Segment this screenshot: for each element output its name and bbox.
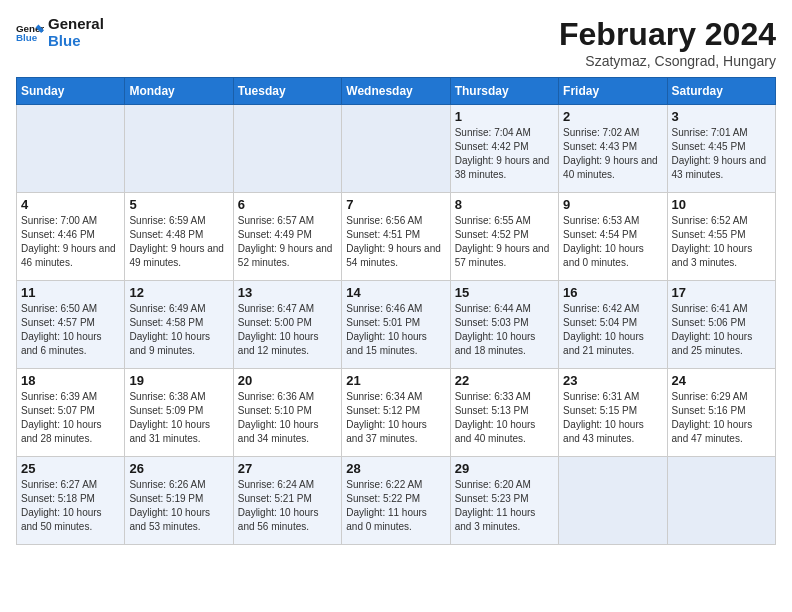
day-header-saturday: Saturday xyxy=(667,78,775,105)
day-number: 5 xyxy=(129,197,228,212)
day-info: Sunrise: 6:36 AMSunset: 5:10 PMDaylight:… xyxy=(238,390,337,446)
day-number: 9 xyxy=(563,197,662,212)
title-area: February 2024 Szatymaz, Csongrad, Hungar… xyxy=(559,16,776,69)
calendar-cell: 29Sunrise: 6:20 AMSunset: 5:23 PMDayligh… xyxy=(450,457,558,545)
day-number: 1 xyxy=(455,109,554,124)
day-number: 29 xyxy=(455,461,554,476)
day-number: 6 xyxy=(238,197,337,212)
day-number: 2 xyxy=(563,109,662,124)
day-info: Sunrise: 6:26 AMSunset: 5:19 PMDaylight:… xyxy=(129,478,228,534)
calendar-cell: 28Sunrise: 6:22 AMSunset: 5:22 PMDayligh… xyxy=(342,457,450,545)
calendar-week-row: 4Sunrise: 7:00 AMSunset: 4:46 PMDaylight… xyxy=(17,193,776,281)
day-info: Sunrise: 6:31 AMSunset: 5:15 PMDaylight:… xyxy=(563,390,662,446)
calendar-cell: 25Sunrise: 6:27 AMSunset: 5:18 PMDayligh… xyxy=(17,457,125,545)
day-number: 24 xyxy=(672,373,771,388)
day-info: Sunrise: 6:29 AMSunset: 5:16 PMDaylight:… xyxy=(672,390,771,446)
day-header-friday: Friday xyxy=(559,78,667,105)
calendar-cell: 10Sunrise: 6:52 AMSunset: 4:55 PMDayligh… xyxy=(667,193,775,281)
day-number: 26 xyxy=(129,461,228,476)
day-header-wednesday: Wednesday xyxy=(342,78,450,105)
day-info: Sunrise: 6:33 AMSunset: 5:13 PMDaylight:… xyxy=(455,390,554,446)
day-number: 17 xyxy=(672,285,771,300)
day-number: 21 xyxy=(346,373,445,388)
day-number: 8 xyxy=(455,197,554,212)
page-subtitle: Szatymaz, Csongrad, Hungary xyxy=(559,53,776,69)
calendar-cell: 11Sunrise: 6:50 AMSunset: 4:57 PMDayligh… xyxy=(17,281,125,369)
day-header-sunday: Sunday xyxy=(17,78,125,105)
calendar-cell: 15Sunrise: 6:44 AMSunset: 5:03 PMDayligh… xyxy=(450,281,558,369)
calendar-header-row: SundayMondayTuesdayWednesdayThursdayFrid… xyxy=(17,78,776,105)
day-number: 16 xyxy=(563,285,662,300)
day-info: Sunrise: 6:41 AMSunset: 5:06 PMDaylight:… xyxy=(672,302,771,358)
calendar-cell: 19Sunrise: 6:38 AMSunset: 5:09 PMDayligh… xyxy=(125,369,233,457)
day-number: 4 xyxy=(21,197,120,212)
calendar-table: SundayMondayTuesdayWednesdayThursdayFrid… xyxy=(16,77,776,545)
svg-text:Blue: Blue xyxy=(16,32,38,43)
calendar-cell: 27Sunrise: 6:24 AMSunset: 5:21 PMDayligh… xyxy=(233,457,341,545)
day-number: 10 xyxy=(672,197,771,212)
day-info: Sunrise: 6:49 AMSunset: 4:58 PMDaylight:… xyxy=(129,302,228,358)
day-number: 11 xyxy=(21,285,120,300)
day-info: Sunrise: 7:01 AMSunset: 4:45 PMDaylight:… xyxy=(672,126,771,182)
day-info: Sunrise: 6:55 AMSunset: 4:52 PMDaylight:… xyxy=(455,214,554,270)
day-header-tuesday: Tuesday xyxy=(233,78,341,105)
logo-line2: Blue xyxy=(48,33,104,50)
calendar-week-row: 1Sunrise: 7:04 AMSunset: 4:42 PMDaylight… xyxy=(17,105,776,193)
day-number: 14 xyxy=(346,285,445,300)
logo-line1: General xyxy=(48,16,104,33)
calendar-cell: 8Sunrise: 6:55 AMSunset: 4:52 PMDaylight… xyxy=(450,193,558,281)
day-info: Sunrise: 6:50 AMSunset: 4:57 PMDaylight:… xyxy=(21,302,120,358)
day-info: Sunrise: 6:22 AMSunset: 5:22 PMDaylight:… xyxy=(346,478,445,534)
calendar-cell: 14Sunrise: 6:46 AMSunset: 5:01 PMDayligh… xyxy=(342,281,450,369)
calendar-cell: 18Sunrise: 6:39 AMSunset: 5:07 PMDayligh… xyxy=(17,369,125,457)
calendar-cell: 16Sunrise: 6:42 AMSunset: 5:04 PMDayligh… xyxy=(559,281,667,369)
day-info: Sunrise: 6:39 AMSunset: 5:07 PMDaylight:… xyxy=(21,390,120,446)
day-info: Sunrise: 7:04 AMSunset: 4:42 PMDaylight:… xyxy=(455,126,554,182)
day-info: Sunrise: 6:47 AMSunset: 5:00 PMDaylight:… xyxy=(238,302,337,358)
calendar-cell: 1Sunrise: 7:04 AMSunset: 4:42 PMDaylight… xyxy=(450,105,558,193)
calendar-cell: 23Sunrise: 6:31 AMSunset: 5:15 PMDayligh… xyxy=(559,369,667,457)
calendar-cell: 22Sunrise: 6:33 AMSunset: 5:13 PMDayligh… xyxy=(450,369,558,457)
calendar-week-row: 25Sunrise: 6:27 AMSunset: 5:18 PMDayligh… xyxy=(17,457,776,545)
day-number: 3 xyxy=(672,109,771,124)
day-number: 19 xyxy=(129,373,228,388)
day-info: Sunrise: 6:59 AMSunset: 4:48 PMDaylight:… xyxy=(129,214,228,270)
calendar-cell: 4Sunrise: 7:00 AMSunset: 4:46 PMDaylight… xyxy=(17,193,125,281)
calendar-cell: 7Sunrise: 6:56 AMSunset: 4:51 PMDaylight… xyxy=(342,193,450,281)
day-number: 18 xyxy=(21,373,120,388)
calendar-cell xyxy=(559,457,667,545)
calendar-cell: 6Sunrise: 6:57 AMSunset: 4:49 PMDaylight… xyxy=(233,193,341,281)
calendar-cell: 26Sunrise: 6:26 AMSunset: 5:19 PMDayligh… xyxy=(125,457,233,545)
logo-icon: General Blue xyxy=(16,19,44,47)
day-info: Sunrise: 7:00 AMSunset: 4:46 PMDaylight:… xyxy=(21,214,120,270)
header: General Blue General Blue February 2024 … xyxy=(16,16,776,69)
day-info: Sunrise: 6:56 AMSunset: 4:51 PMDaylight:… xyxy=(346,214,445,270)
calendar-week-row: 11Sunrise: 6:50 AMSunset: 4:57 PMDayligh… xyxy=(17,281,776,369)
day-number: 12 xyxy=(129,285,228,300)
day-info: Sunrise: 7:02 AMSunset: 4:43 PMDaylight:… xyxy=(563,126,662,182)
day-number: 15 xyxy=(455,285,554,300)
day-info: Sunrise: 6:24 AMSunset: 5:21 PMDaylight:… xyxy=(238,478,337,534)
calendar-cell xyxy=(125,105,233,193)
calendar-cell xyxy=(342,105,450,193)
calendar-cell: 20Sunrise: 6:36 AMSunset: 5:10 PMDayligh… xyxy=(233,369,341,457)
day-info: Sunrise: 6:27 AMSunset: 5:18 PMDaylight:… xyxy=(21,478,120,534)
calendar-cell: 2Sunrise: 7:02 AMSunset: 4:43 PMDaylight… xyxy=(559,105,667,193)
calendar-cell: 24Sunrise: 6:29 AMSunset: 5:16 PMDayligh… xyxy=(667,369,775,457)
calendar-cell: 9Sunrise: 6:53 AMSunset: 4:54 PMDaylight… xyxy=(559,193,667,281)
day-number: 25 xyxy=(21,461,120,476)
day-info: Sunrise: 6:52 AMSunset: 4:55 PMDaylight:… xyxy=(672,214,771,270)
day-info: Sunrise: 6:57 AMSunset: 4:49 PMDaylight:… xyxy=(238,214,337,270)
day-number: 22 xyxy=(455,373,554,388)
day-header-thursday: Thursday xyxy=(450,78,558,105)
calendar-cell xyxy=(17,105,125,193)
logo: General Blue General Blue xyxy=(16,16,104,49)
day-header-monday: Monday xyxy=(125,78,233,105)
day-info: Sunrise: 6:44 AMSunset: 5:03 PMDaylight:… xyxy=(455,302,554,358)
day-number: 13 xyxy=(238,285,337,300)
page-title: February 2024 xyxy=(559,16,776,53)
calendar-cell: 13Sunrise: 6:47 AMSunset: 5:00 PMDayligh… xyxy=(233,281,341,369)
day-info: Sunrise: 6:42 AMSunset: 5:04 PMDaylight:… xyxy=(563,302,662,358)
day-number: 20 xyxy=(238,373,337,388)
calendar-cell xyxy=(233,105,341,193)
